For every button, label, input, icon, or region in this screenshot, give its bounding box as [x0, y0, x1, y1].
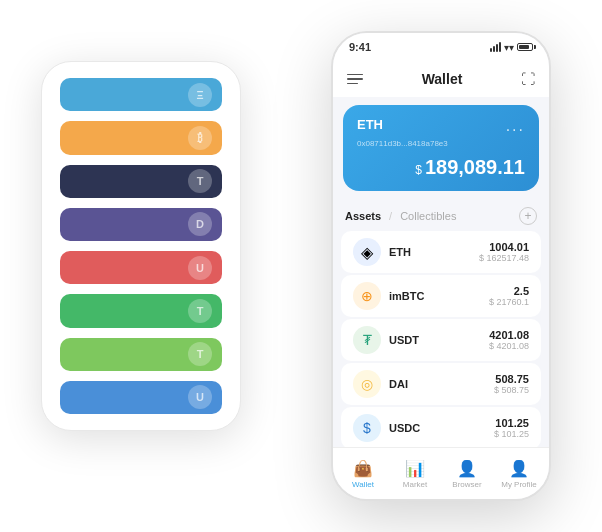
card-icon: T	[188, 299, 212, 323]
nav-market[interactable]: 📊 Market	[389, 459, 441, 489]
background-phone: Ξ ₿ T D U T T U	[41, 61, 241, 431]
menu-icon[interactable]	[347, 74, 363, 85]
table-row[interactable]: ⊕ imBTC 2.5 $ 21760.1	[341, 275, 541, 317]
battery-icon	[517, 43, 533, 51]
balance-value: 189,089.11	[425, 156, 525, 178]
status-icons: ▾▾	[490, 42, 533, 53]
balance-amount: $189,089.11	[357, 156, 525, 179]
dai-icon: ◎	[353, 370, 381, 398]
asset-amount: 2.5	[489, 285, 529, 297]
asset-name: imBTC	[389, 290, 489, 302]
list-item[interactable]: ₿	[60, 121, 222, 154]
front-phone: 9:41 ▾▾ Wallet ⛶ ET	[331, 31, 551, 501]
usdt-icon: ₮	[353, 326, 381, 354]
card-icon: U	[188, 385, 212, 409]
card-icon: T	[188, 169, 212, 193]
asset-amount: 101.25	[494, 417, 529, 429]
asset-values: 4201.08 $ 4201.08	[489, 329, 529, 351]
nav-browser[interactable]: 👤 Browser	[441, 459, 493, 489]
asset-amount: 1004.01	[479, 241, 529, 253]
phone-content: ETH ... 0x08711d3b...8418a78e3 $189,089.…	[333, 97, 549, 447]
assets-header: Assets / Collectibles +	[333, 199, 549, 229]
bottom-nav: 👜 Wallet 📊 Market 👤 Browser 👤 My Profile	[333, 447, 549, 499]
card-icon: T	[188, 342, 212, 366]
nav-profile[interactable]: 👤 My Profile	[493, 459, 545, 489]
eth-icon: ◈	[353, 238, 381, 266]
browser-icon: 👤	[457, 459, 477, 478]
nav-profile-label: My Profile	[501, 480, 537, 489]
nav-market-label: Market	[403, 480, 427, 489]
balance-card-top: ETH ...	[357, 117, 525, 135]
card-icon: U	[188, 256, 212, 280]
list-item[interactable]: T	[60, 294, 222, 327]
list-item[interactable]: T	[60, 165, 222, 198]
list-item[interactable]: T	[60, 338, 222, 371]
asset-usd: $ 4201.08	[489, 341, 529, 351]
nav-browser-label: Browser	[452, 480, 481, 489]
market-icon: 📊	[405, 459, 425, 478]
scene: Ξ ₿ T D U T T U 9:41	[21, 21, 581, 511]
card-icon: Ξ	[188, 83, 212, 107]
balance-more-icon[interactable]: ...	[506, 117, 525, 135]
card-icon: D	[188, 212, 212, 236]
tab-assets[interactable]: Assets	[345, 210, 381, 222]
list-item[interactable]: Ξ	[60, 78, 222, 111]
currency-symbol: $	[415, 163, 422, 177]
asset-usd: $ 101.25	[494, 429, 529, 439]
balance-coin: ETH	[357, 117, 383, 132]
status-time: 9:41	[349, 41, 371, 53]
list-item[interactable]: U	[60, 251, 222, 284]
table-row[interactable]: ◈ ETH 1004.01 $ 162517.48	[341, 231, 541, 273]
asset-name: DAI	[389, 378, 494, 390]
tab-collectibles[interactable]: Collectibles	[400, 210, 456, 222]
asset-amount: 4201.08	[489, 329, 529, 341]
table-row[interactable]: $ USDC 101.25 $ 101.25	[341, 407, 541, 447]
nav-wallet-label: Wallet	[352, 480, 374, 489]
list-item[interactable]: D	[60, 208, 222, 241]
list-item[interactable]: U	[60, 381, 222, 414]
asset-name: ETH	[389, 246, 479, 258]
assets-tabs: Assets / Collectibles	[345, 210, 456, 222]
card-icon: ₿	[188, 126, 212, 150]
asset-amount: 508.75	[494, 373, 529, 385]
asset-usd: $ 508.75	[494, 385, 529, 395]
table-row[interactable]: ₮ USDT 4201.08 $ 4201.08	[341, 319, 541, 361]
asset-usd: $ 162517.48	[479, 253, 529, 263]
balance-address: 0x08711d3b...8418a78e3	[357, 139, 525, 148]
asset-values: 508.75 $ 508.75	[494, 373, 529, 395]
asset-name: USDC	[389, 422, 494, 434]
usdc-icon: $	[353, 414, 381, 442]
asset-values: 2.5 $ 21760.1	[489, 285, 529, 307]
asset-name: USDT	[389, 334, 489, 346]
wifi-icon: ▾▾	[504, 42, 514, 53]
status-bar: 9:41 ▾▾	[333, 33, 549, 61]
nav-wallet[interactable]: 👜 Wallet	[337, 459, 389, 489]
profile-icon: 👤	[509, 459, 529, 478]
asset-list: ◈ ETH 1004.01 $ 162517.48 ⊕ imBTC 2.5 $ …	[333, 229, 549, 447]
phone-header: Wallet ⛶	[333, 61, 549, 97]
signal-icon	[490, 42, 501, 52]
asset-values: 101.25 $ 101.25	[494, 417, 529, 439]
expand-icon[interactable]: ⛶	[521, 71, 535, 87]
balance-card[interactable]: ETH ... 0x08711d3b...8418a78e3 $189,089.…	[343, 105, 539, 191]
wallet-icon: 👜	[353, 459, 373, 478]
imbtc-icon: ⊕	[353, 282, 381, 310]
tab-separator: /	[389, 210, 392, 222]
add-asset-button[interactable]: +	[519, 207, 537, 225]
asset-usd: $ 21760.1	[489, 297, 529, 307]
asset-values: 1004.01 $ 162517.48	[479, 241, 529, 263]
page-title: Wallet	[422, 71, 463, 87]
table-row[interactable]: ◎ DAI 508.75 $ 508.75	[341, 363, 541, 405]
